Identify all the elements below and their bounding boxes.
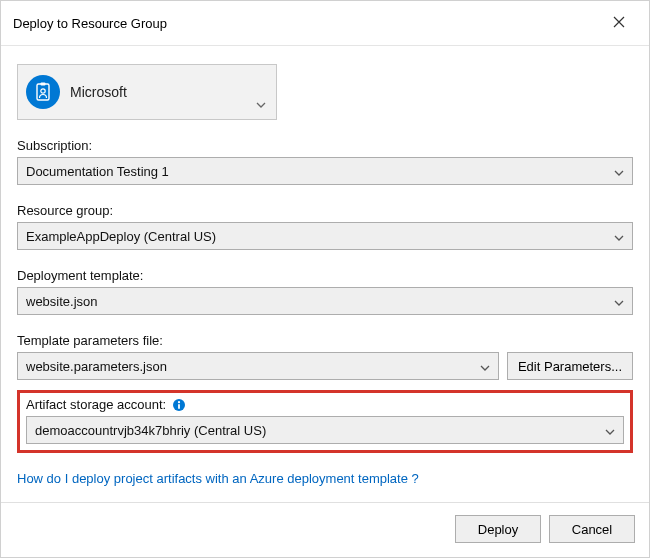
- svg-point-2: [41, 89, 45, 93]
- edit-parameters-label: Edit Parameters...: [518, 359, 622, 374]
- subscription-value: Documentation Testing 1: [26, 164, 169, 179]
- template-parameters-label: Template parameters file:: [17, 333, 633, 348]
- close-button[interactable]: [601, 9, 637, 37]
- deployment-template-value: website.json: [26, 294, 98, 309]
- resource-group-label: Resource group:: [17, 203, 633, 218]
- titlebar: Deploy to Resource Group: [1, 1, 649, 46]
- artifact-storage-label-row: Artifact storage account:: [26, 397, 624, 412]
- deploy-button[interactable]: Deploy: [455, 515, 541, 543]
- resource-group-combo[interactable]: ExampleAppDeploy (Central US): [17, 222, 633, 250]
- dialog-content: Microsoft Subscription: Documentation Te…: [1, 46, 649, 502]
- account-name: Microsoft: [70, 84, 127, 100]
- template-parameters-value: website.parameters.json: [26, 359, 167, 374]
- subscription-label: Subscription:: [17, 138, 633, 153]
- svg-point-4: [178, 401, 180, 403]
- artifact-storage-combo[interactable]: demoaccountrvjb34k7bhriy (Central US): [26, 416, 624, 444]
- edit-parameters-button[interactable]: Edit Parameters...: [507, 352, 633, 380]
- deployment-template-combo[interactable]: website.json: [17, 287, 633, 315]
- chevron-down-icon: [614, 294, 624, 309]
- account-selector[interactable]: Microsoft: [17, 64, 277, 120]
- close-icon: [613, 16, 625, 31]
- id-badge-icon: [26, 75, 60, 109]
- svg-rect-0: [37, 84, 49, 100]
- template-parameters-row: website.parameters.json Edit Parameters.…: [17, 352, 633, 380]
- subscription-combo[interactable]: Documentation Testing 1: [17, 157, 633, 185]
- artifact-storage-highlight: Artifact storage account: demoaccountrvj…: [17, 390, 633, 453]
- chevron-down-icon: [256, 96, 266, 111]
- deployment-template-label: Deployment template:: [17, 268, 633, 283]
- chevron-down-icon: [614, 229, 624, 244]
- chevron-down-icon: [605, 423, 615, 438]
- cancel-button[interactable]: Cancel: [549, 515, 635, 543]
- artifact-storage-label: Artifact storage account:: [26, 397, 166, 412]
- template-parameters-combo[interactable]: website.parameters.json: [17, 352, 499, 380]
- resource-group-value: ExampleAppDeploy (Central US): [26, 229, 216, 244]
- chevron-down-icon: [614, 164, 624, 179]
- help-link[interactable]: How do I deploy project artifacts with a…: [17, 471, 633, 486]
- artifact-storage-value: demoaccountrvjb34k7bhriy (Central US): [35, 423, 266, 438]
- info-icon: [172, 398, 186, 412]
- chevron-down-icon: [480, 359, 490, 374]
- cancel-label: Cancel: [572, 522, 612, 537]
- svg-rect-5: [178, 404, 180, 409]
- svg-rect-1: [41, 83, 46, 86]
- window-title: Deploy to Resource Group: [13, 16, 167, 31]
- dialog-footer: Deploy Cancel: [1, 502, 649, 557]
- deploy-label: Deploy: [478, 522, 518, 537]
